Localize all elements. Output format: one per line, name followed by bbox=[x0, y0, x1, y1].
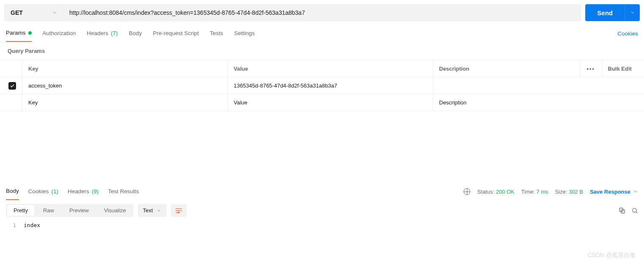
view-mode-segment: Pretty Raw Preview Visualize bbox=[6, 204, 134, 217]
tab-label: Cookies bbox=[28, 188, 49, 195]
resp-tab-testresults[interactable]: Test Results bbox=[108, 184, 139, 200]
status-value: 200 OK bbox=[496, 189, 514, 195]
tab-label: Params bbox=[6, 30, 26, 36]
table-row: access_token 1365345d-8765-47d4-8d2f-563… bbox=[0, 77, 644, 94]
view-preview[interactable]: Preview bbox=[62, 204, 96, 217]
tab-authorization[interactable]: Authorization bbox=[43, 25, 76, 41]
response-right-icons bbox=[619, 207, 638, 214]
row-description[interactable] bbox=[433, 77, 644, 94]
size-group: Size: 302 B bbox=[555, 189, 583, 195]
copy-icon[interactable] bbox=[619, 207, 625, 214]
tab-body[interactable]: Body bbox=[129, 25, 142, 41]
more-options-icon[interactable]: ••• bbox=[587, 66, 595, 72]
status-group: Status: 200 OK bbox=[477, 189, 514, 195]
tab-label: Settings bbox=[234, 30, 255, 36]
row-checkbox-cell-empty[interactable] bbox=[0, 94, 22, 111]
tab-label: Pre-request Script bbox=[153, 30, 199, 36]
tab-prerequest[interactable]: Pre-request Script bbox=[153, 25, 199, 41]
row-value[interactable]: 1365345d-8765-47d4-8d2f-563a31a8b3a7 bbox=[228, 77, 433, 94]
format-select[interactable]: Text bbox=[138, 204, 166, 217]
resp-tab-headers[interactable]: Headers (9) bbox=[68, 184, 99, 200]
response-body-controls: Pretty Raw Preview Visualize Text bbox=[0, 200, 644, 219]
line-number: 1 bbox=[0, 222, 24, 228]
tab-params[interactable]: Params bbox=[6, 25, 32, 42]
chevron-down-icon bbox=[52, 10, 57, 15]
tab-count: (1) bbox=[52, 188, 59, 195]
query-params-table: Key Value Description ••• Bulk Edit acce… bbox=[0, 60, 644, 111]
request-tabs-row: Params Authorization Headers (7) Body Pr… bbox=[0, 25, 644, 42]
col-more-header[interactable]: ••• bbox=[580, 60, 602, 77]
status-label: Status: bbox=[477, 189, 494, 195]
svg-line-5 bbox=[636, 212, 637, 213]
view-visualize[interactable]: Visualize bbox=[96, 204, 134, 217]
send-more-button[interactable] bbox=[625, 4, 640, 21]
globe-icon[interactable] bbox=[464, 188, 470, 195]
method-label: GET bbox=[11, 9, 23, 16]
format-label: Text bbox=[143, 207, 153, 214]
tab-label: Headers bbox=[68, 188, 89, 195]
col-key-header: Key bbox=[22, 60, 228, 77]
response-tabs: Body Cookies (1) Headers (9) Test Result… bbox=[6, 184, 464, 200]
time-value: 7 ms bbox=[536, 189, 548, 195]
col-bulk-header[interactable]: Bulk Edit bbox=[602, 60, 644, 77]
tab-label: Test Results bbox=[108, 188, 139, 195]
size-value: 302 B bbox=[569, 189, 583, 195]
query-params-heading: Query Params bbox=[0, 42, 644, 60]
time-label: Time: bbox=[521, 189, 535, 195]
col-desc-header: Description bbox=[433, 60, 580, 77]
row-checkbox-cell[interactable] bbox=[0, 77, 22, 94]
method-select[interactable]: GET bbox=[4, 4, 63, 21]
save-response-button[interactable]: Save Response bbox=[590, 189, 638, 195]
response-body: 1 index bbox=[0, 219, 644, 231]
save-response-label: Save Response bbox=[590, 189, 630, 195]
dot-indicator-icon bbox=[28, 31, 32, 35]
request-tabs: Params Authorization Headers (7) Body Pr… bbox=[6, 25, 617, 41]
table-header-row: Key Value Description ••• Bulk Edit bbox=[0, 60, 644, 77]
spacer bbox=[0, 111, 644, 183]
tab-headers[interactable]: Headers (7) bbox=[87, 25, 118, 41]
tab-label: Headers bbox=[87, 30, 108, 36]
response-tabs-row: Body Cookies (1) Headers (9) Test Result… bbox=[0, 183, 644, 200]
col-check bbox=[0, 60, 22, 77]
bulk-edit-link[interactable]: Bulk Edit bbox=[608, 66, 632, 72]
view-raw[interactable]: Raw bbox=[35, 204, 62, 217]
tab-count: (9) bbox=[92, 188, 99, 195]
tab-label: Body bbox=[6, 188, 19, 194]
response-status-block: Status: 200 OK Time: 7 ms Size: 302 B Sa… bbox=[464, 188, 638, 195]
wrap-lines-button[interactable] bbox=[171, 204, 187, 217]
row-key[interactable]: access_token bbox=[22, 77, 228, 94]
send-button-group: Send bbox=[585, 4, 640, 21]
row-desc-placeholder[interactable]: Description bbox=[433, 94, 644, 111]
tab-tests[interactable]: Tests bbox=[210, 25, 223, 41]
view-pretty[interactable]: Pretty bbox=[7, 205, 34, 216]
checkbox-checked-icon[interactable] bbox=[8, 82, 16, 90]
resp-tab-cookies[interactable]: Cookies (1) bbox=[28, 184, 58, 200]
send-button[interactable]: Send bbox=[585, 4, 625, 21]
resp-tab-body[interactable]: Body bbox=[6, 184, 19, 200]
row-key-placeholder[interactable]: Key bbox=[22, 94, 228, 111]
tab-label: Authorization bbox=[43, 30, 76, 36]
url-input[interactable] bbox=[63, 4, 581, 21]
tab-label: Tests bbox=[210, 30, 223, 36]
svg-point-4 bbox=[633, 208, 636, 212]
col-value-header: Value bbox=[228, 60, 433, 77]
tab-count: (7) bbox=[111, 30, 118, 36]
request-bar: GET Send bbox=[0, 0, 644, 25]
table-row-new: Key Value Description bbox=[0, 94, 644, 111]
cookies-link[interactable]: Cookies bbox=[617, 26, 638, 41]
tab-label: Body bbox=[129, 30, 142, 36]
watermark: CSDN @孤居自傲 bbox=[587, 252, 636, 259]
tab-settings[interactable]: Settings bbox=[234, 25, 255, 41]
time-group: Time: 7 ms bbox=[521, 189, 548, 195]
search-icon[interactable] bbox=[631, 207, 638, 214]
size-label: Size: bbox=[555, 189, 567, 195]
line-content: index bbox=[24, 222, 40, 228]
row-value-placeholder[interactable]: Value bbox=[228, 94, 433, 111]
